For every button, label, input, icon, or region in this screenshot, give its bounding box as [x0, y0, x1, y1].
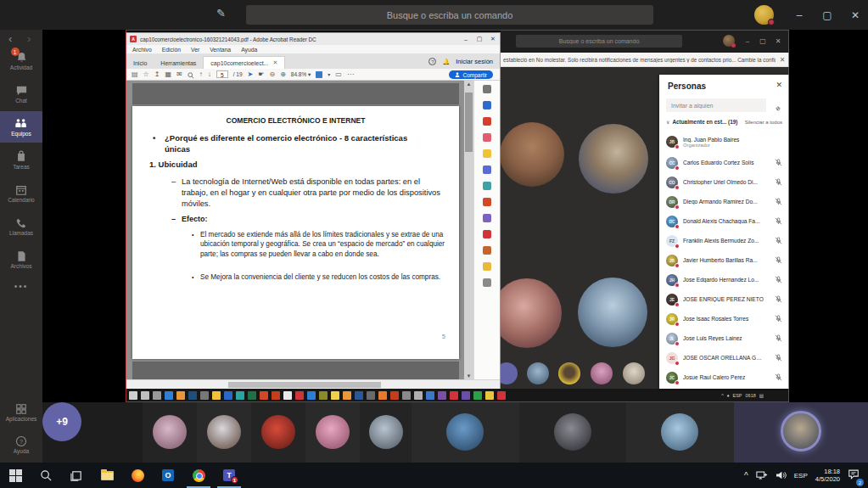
video-tile[interactable] — [626, 402, 734, 463]
sidebar-item-calendario[interactable]: Calendario — [0, 177, 42, 209]
video-tile[interactable] — [360, 402, 412, 463]
app-icon[interactable] — [462, 391, 470, 400]
select-tool-icon[interactable]: ➤ — [248, 71, 254, 78]
participant-row[interactable]: JLJose Luis Reyes Lainez — [659, 328, 789, 348]
teams-button[interactable]: T 1 — [214, 463, 244, 488]
tab-close-icon[interactable]: ✕ — [272, 59, 277, 66]
app-icon[interactable] — [438, 391, 446, 400]
task-view-button[interactable] — [61, 463, 92, 488]
participant-row[interactable]: JEJOSE ENRIQUE PEREZ NIETO — [659, 289, 789, 309]
copy-link-icon[interactable] — [774, 101, 782, 116]
video-tile[interactable] — [519, 402, 626, 463]
chrome-button[interactable] — [183, 463, 214, 488]
app-icon[interactable] — [272, 391, 280, 400]
app-icon[interactable] — [283, 391, 292, 400]
sidebar-item-archivos[interactable]: Archivos — [0, 244, 42, 275]
zoom-level-select[interactable]: 84.8% ▾ — [291, 71, 311, 78]
app-icon[interactable] — [176, 391, 185, 400]
acrobat-maximize-icon[interactable]: ▢ — [473, 36, 486, 42]
app-icon[interactable] — [212, 391, 221, 400]
zoom-out-icon[interactable]: ⊖ — [269, 71, 275, 78]
tab-inicio[interactable]: Inicio — [126, 57, 154, 69]
speaker-icon[interactable] — [776, 470, 787, 480]
scrollbar-thumb[interactable] — [465, 93, 473, 152]
page-down-icon[interactable]: ↓ — [208, 71, 211, 78]
upload-icon[interactable]: ↥ — [154, 71, 160, 78]
app-icon[interactable] — [483, 262, 491, 271]
action-center-button[interactable]: 2 — [848, 468, 860, 483]
app-icon[interactable] — [483, 85, 491, 93]
video-tile[interactable] — [412, 402, 519, 463]
app-icon[interactable] — [483, 133, 491, 142]
app-icon[interactable] — [260, 391, 268, 400]
app-icon[interactable] — [450, 391, 458, 400]
outlook-button[interactable]: O — [153, 463, 183, 488]
app-icon[interactable] — [483, 198, 491, 206]
maximize-button[interactable]: ▢ — [813, 0, 842, 30]
app-icon[interactable] — [483, 230, 491, 238]
app-icon[interactable] — [497, 391, 506, 400]
menu-edicion[interactable]: Edición — [162, 47, 181, 53]
app-icon[interactable] — [307, 391, 316, 400]
horizontal-scrollbar[interactable] — [126, 379, 500, 389]
app-icon[interactable] — [165, 391, 173, 400]
app-icon[interactable] — [188, 391, 197, 400]
fullscreen-icon[interactable]: ▭ — [335, 71, 342, 78]
app-icon[interactable] — [236, 391, 244, 400]
sidebar-item-aplicaciones[interactable]: Aplicaciones — [0, 396, 42, 428]
personas-close-icon[interactable]: ✕ — [776, 81, 782, 89]
app-icon[interactable] — [248, 391, 256, 400]
app-icon[interactable] — [367, 391, 375, 400]
participant-row[interactable]: JGJOSE OSCAR ORELLANA GU... — [659, 348, 789, 367]
command-search-input[interactable] — [246, 5, 653, 25]
acrobat-minimize-icon[interactable]: – — [459, 36, 473, 42]
menu-ayuda[interactable]: Ayuda — [241, 47, 257, 53]
firefox-button[interactable] — [122, 463, 153, 488]
compartir-button[interactable]: Compartir — [449, 70, 493, 79]
app-icon[interactable] — [295, 391, 304, 400]
sign-in-link[interactable]: Iniciar sesión — [456, 58, 493, 65]
app-icon[interactable] — [224, 391, 232, 400]
app-icon[interactable] — [414, 391, 423, 400]
print-icon[interactable]: ▦ — [165, 71, 171, 78]
page-up-icon[interactable]: ↑ — [199, 71, 203, 78]
notifications-bell-icon[interactable]: 🔔 — [442, 59, 450, 65]
sidebar-item-chat[interactable]: Chat — [0, 78, 42, 109]
participant-row[interactable]: JRJose Isaac Rosales Torres — [659, 309, 789, 328]
sidebar-more-button[interactable]: ••• — [0, 278, 42, 294]
app-icon[interactable] — [355, 391, 363, 400]
menu-archivo[interactable]: Archivo — [132, 47, 152, 53]
compose-icon[interactable]: ✎ — [216, 7, 226, 20]
app-icon[interactable] — [200, 391, 209, 400]
app-icon[interactable] — [378, 391, 387, 400]
video-tile[interactable] — [251, 402, 305, 463]
network-icon[interactable] — [756, 470, 768, 480]
user-avatar[interactable] — [754, 5, 774, 25]
page-view-icon[interactable] — [316, 71, 322, 78]
taskbar-clock[interactable]: 18:18 4/5/2020 — [815, 468, 840, 483]
hscrollbar-thumb[interactable] — [228, 382, 381, 388]
participant-row[interactable]: JCJosue Raul Calero Perez — [659, 367, 789, 387]
overflow-participants-badge[interactable]: +9 — [42, 402, 81, 441]
app-icon[interactable] — [129, 391, 137, 400]
app-icon[interactable] — [153, 391, 161, 400]
invite-input[interactable] — [666, 98, 766, 112]
back-arrow-icon[interactable]: ‹ — [8, 32, 12, 45]
acrobat-tools-strip[interactable] — [473, 81, 500, 379]
participant-row[interactable]: CCCarlos Eduardo Cortez Solís — [659, 153, 789, 172]
sidebar-item-tareas[interactable]: Tareas — [0, 144, 42, 176]
language-indicator[interactable]: ESP — [794, 472, 808, 480]
page-number-input[interactable]: 5 — [216, 70, 228, 78]
file-explorer-button[interactable] — [92, 463, 122, 488]
save-icon[interactable]: ▤ — [132, 71, 138, 78]
app-icon[interactable] — [483, 182, 491, 190]
participants-section-header[interactable]: ∨ Actualmente en est... (19) Silenciar a… — [666, 119, 782, 125]
video-tile[interactable] — [197, 402, 251, 463]
menu-ver[interactable]: Ver — [191, 47, 199, 53]
sidebar-item-llamadas[interactable]: Llamadas — [0, 210, 42, 242]
participant-row[interactable]: JBIng. Juan Pablo BairesOrganizador — [659, 131, 789, 153]
app-icon[interactable] — [331, 391, 339, 400]
zoom-in-icon[interactable]: ⊕ — [280, 71, 286, 78]
minimize-button[interactable]: – — [785, 0, 814, 30]
tab-document[interactable]: cap10comercioelect... ✕ — [203, 56, 285, 69]
